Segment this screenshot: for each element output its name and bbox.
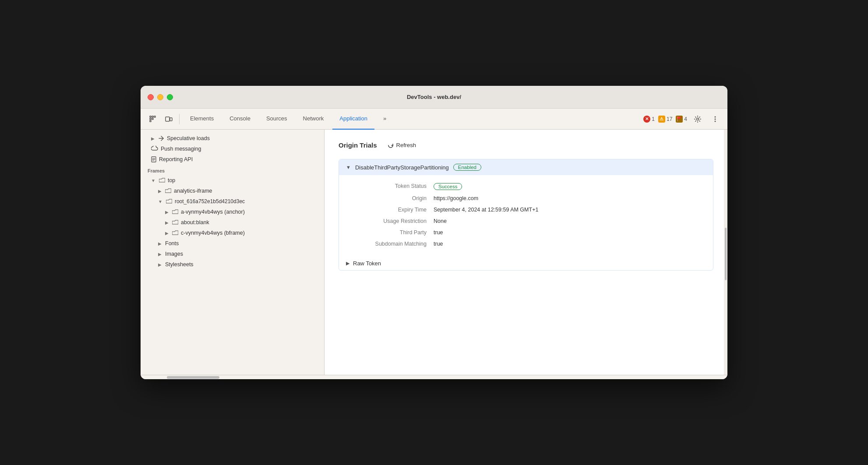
cloud-icon [151, 146, 158, 152]
chevron-right-icon-6: ▶ [158, 241, 162, 246]
bottom-scrollbar-thumb[interactable] [167, 376, 219, 379]
subdomain-value: true [434, 241, 443, 247]
third-party-row: Third Party true [346, 227, 706, 238]
usage-value: None [434, 218, 447, 224]
third-party-value: true [434, 229, 443, 236]
trial-detail-table: Token Status Success Origin https://goog… [339, 175, 713, 257]
svg-rect-4 [152, 118, 153, 120]
trial-name: DisableThirdPartyStoragePartitioning [355, 164, 449, 171]
cursor-icon [149, 115, 157, 123]
settings-button[interactable] [691, 112, 705, 126]
maximize-button[interactable] [167, 94, 173, 100]
refresh-button[interactable]: Refresh [384, 140, 420, 150]
sidebar-item-reporting-api[interactable]: Reporting API [141, 154, 324, 165]
token-status-label: Token Status [346, 183, 434, 189]
arrow-icon [158, 135, 164, 141]
trial-enabled-badge: Enabled [453, 164, 481, 171]
svg-rect-1 [152, 116, 153, 117]
tab-application[interactable]: Application [332, 109, 374, 130]
sidebar-item-about-blank[interactable]: ▶ about:blank [141, 217, 324, 228]
scrollbar-track[interactable] [724, 130, 727, 375]
sidebar-item-speculative-loads[interactable]: ▶ Speculative loads [141, 133, 324, 144]
sidebar-item-images[interactable]: ▶ Images [141, 249, 324, 259]
folder-icon-6 [172, 230, 178, 236]
window-title: DevTools - web.dev/ [407, 94, 461, 100]
document-icon [151, 156, 156, 162]
sidebar-item-bframe[interactable]: ▶ c-vynmy4vb4wys (bframe) [141, 228, 324, 238]
tab-more[interactable]: » [376, 109, 393, 130]
refresh-icon [388, 142, 394, 148]
folder-icon [159, 178, 165, 183]
third-party-label: Third Party [346, 229, 434, 236]
toolbar-separator [179, 114, 180, 124]
chevron-right-icon-3: ▶ [165, 210, 169, 215]
sidebar-section-frames: Frames [141, 165, 324, 175]
gear-icon [694, 115, 702, 123]
info-icon: 🚩 [676, 116, 683, 123]
minimize-button[interactable] [157, 94, 163, 100]
raw-token-label: Raw Token [353, 260, 381, 267]
svg-rect-6 [166, 117, 169, 121]
origin-row: Origin https://google.com [346, 193, 706, 204]
chevron-right-icon-5: ▶ [165, 231, 169, 236]
sidebar-item-push-messaging[interactable]: Push messaging [141, 144, 324, 154]
origin-value: https://google.com [434, 195, 478, 201]
device-icon [165, 115, 173, 123]
info-badge: 🚩 4 [676, 116, 687, 123]
origin-trial-item: ▼ DisableThirdPartyStoragePartitioning E… [339, 159, 713, 271]
raw-token-chevron-icon: ▶ [346, 261, 349, 266]
token-status-row: Token Status Success [346, 180, 706, 193]
sidebar-item-root-frame[interactable]: ▼ root_616a752e1b5d4210d3ec [141, 196, 324, 207]
error-icon: ✕ [643, 116, 650, 123]
panel-title: Origin Trials [339, 141, 377, 149]
sidebar: ▶ Speculative loads Push messaging [141, 130, 325, 375]
svg-point-10 [715, 118, 716, 120]
sidebar-item-analytics-iframe[interactable]: ▶ analytics-iframe [141, 186, 324, 196]
svg-rect-3 [150, 118, 151, 120]
subdomain-row: Subdomain Matching true [346, 238, 706, 250]
sidebar-item-anchor-frame[interactable]: ▶ a-vynmy4vb4wys (anchor) [141, 207, 324, 217]
expiry-label: Expiry Time [346, 207, 434, 213]
error-badge: ✕ 1 [643, 116, 655, 123]
origin-trial-header[interactable]: ▼ DisableThirdPartyStoragePartitioning E… [339, 159, 713, 175]
bottom-scrollbar[interactable] [141, 375, 727, 379]
inspector-icon-button[interactable] [146, 112, 160, 126]
chevron-right-icon: ▶ [151, 136, 155, 141]
token-status-value: Success [434, 183, 462, 190]
svg-point-8 [697, 118, 699, 120]
tab-network[interactable]: Network [296, 109, 331, 130]
expiry-value: September 4, 2024 at 12:59:59 AM GMT+1 [434, 207, 538, 213]
svg-rect-2 [154, 116, 155, 117]
warning-badge: ⚠ 17 [658, 116, 672, 123]
svg-point-9 [715, 116, 716, 117]
close-button[interactable] [148, 94, 154, 100]
svg-rect-0 [150, 116, 151, 117]
device-toolbar-button[interactable] [162, 112, 176, 126]
chevron-right-icon-4: ▶ [165, 220, 169, 225]
raw-token-section[interactable]: ▶ Raw Token [339, 257, 713, 270]
sidebar-item-stylesheets[interactable]: ▶ Stylesheets [141, 259, 324, 270]
panel-header: Origin Trials Refresh [339, 140, 713, 150]
more-options-button[interactable] [708, 112, 722, 126]
tab-sources[interactable]: Sources [259, 109, 294, 130]
chevron-down-icon-2: ▼ [158, 199, 162, 204]
sidebar-item-fonts[interactable]: ▶ Fonts [141, 238, 324, 249]
tab-console[interactable]: Console [222, 109, 258, 130]
origin-label: Origin [346, 195, 434, 201]
subdomain-label: Subdomain Matching [346, 241, 434, 247]
toolbar-right: ✕ 1 ⚠ 17 🚩 4 [643, 112, 722, 126]
folder-icon-3 [166, 199, 172, 204]
chevron-right-icon-8: ▶ [158, 262, 162, 267]
tab-elements[interactable]: Elements [183, 109, 221, 130]
toolbar: Elements Console Sources Network Applica… [141, 109, 727, 130]
sidebar-item-top[interactable]: ▼ top [141, 175, 324, 186]
main-panel: Origin Trials Refresh ▼ DisableThirdPart… [325, 130, 727, 375]
folder-icon-2 [165, 188, 171, 194]
warning-icon: ⚠ [658, 116, 665, 123]
title-bar: DevTools - web.dev/ [141, 86, 727, 109]
devtools-window: DevTools - web.dev/ Elements Con [141, 86, 727, 379]
usage-row: Usage Restriction None [346, 215, 706, 227]
scrollbar-thumb[interactable] [725, 228, 727, 280]
svg-rect-7 [170, 118, 172, 121]
svg-rect-5 [150, 120, 151, 122]
